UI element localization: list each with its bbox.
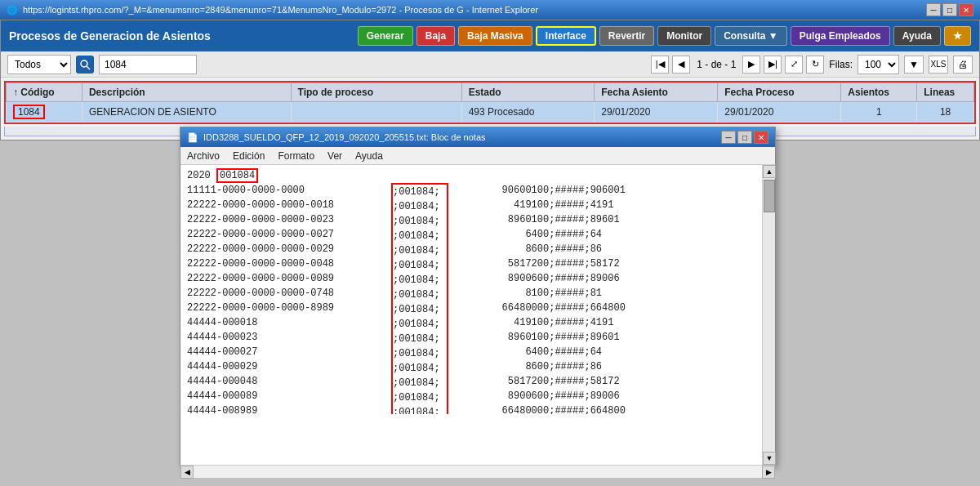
- last-page-button[interactable]: ▶|: [764, 56, 782, 74]
- filter-select[interactable]: Todos Activos Inactivos: [7, 55, 71, 74]
- print-button[interactable]: 🖨: [953, 56, 973, 74]
- notepad-line-12-left: 44444-000023: [187, 330, 391, 345]
- sort-icon: ↑: [13, 87, 18, 98]
- notepad-line-2-left: 11111-0000-0000-0000: [187, 183, 391, 198]
- notepad-icon: 📄: [187, 132, 198, 143]
- scroll-left-button[interactable]: ◀: [180, 466, 194, 479]
- notepad-line-10-left: 22222-0000-0000-0000-8989: [187, 301, 391, 315]
- interface-button[interactable]: Interface: [536, 26, 596, 46]
- cell-tipo: [291, 102, 461, 123]
- notepad-line-16-left: 44444-000089: [187, 389, 391, 404]
- pagination-text: 1 - de - 1: [693, 59, 739, 70]
- svg-point-0: [81, 60, 87, 67]
- cell-lineas: 18: [917, 102, 974, 123]
- browser-title-bar: 🌐 https://logintst.rhpro.com/?_M=&menums…: [0, 0, 980, 20]
- notepad-minimize-button[interactable]: ─: [721, 131, 736, 144]
- filter-icon-button[interactable]: ▼: [904, 56, 924, 74]
- notepad-line-8-left: 22222-0000-0000-0000-0089: [187, 271, 391, 286]
- cell-asientos: 1: [841, 102, 917, 123]
- notepad-line-3-left: 22222-0000-0000-0000-0018: [187, 198, 391, 212]
- col-header-fecha-proceso[interactable]: Fecha Proceso: [718, 83, 841, 102]
- browser-icon: 🌐: [7, 5, 18, 16]
- col-header-codigo[interactable]: ↑ Código: [7, 83, 82, 102]
- table-row[interactable]: 1084 GENERACION DE ASIENTO 493 Procesado…: [7, 102, 974, 123]
- notepad-line-15-left: 44444-000048: [187, 374, 391, 389]
- notepad-line-5-left: 22222-0000-0000-0000-0027: [187, 227, 391, 242]
- col-header-asientos[interactable]: Asientos: [841, 83, 917, 102]
- rows-label: Filas:: [829, 59, 853, 70]
- first-page-button[interactable]: |◀: [651, 56, 669, 74]
- notepad-line-14-left: 44444-000029: [187, 359, 391, 374]
- app-toolbar-buttons: Generar Baja Baja Masiva Interface Rever…: [358, 26, 971, 46]
- codigo-highlight: 1084: [13, 105, 45, 119]
- notepad-line-4-left: 22222-0000-0000-0000-0023: [187, 212, 391, 227]
- notepad-highlight-001084: 001084: [216, 168, 258, 183]
- pagination: |◀ ◀ 1 - de - 1 ▶ ▶| ⤢ ↻: [651, 56, 824, 74]
- close-button[interactable]: ✕: [959, 3, 973, 16]
- next-page-button[interactable]: ▶: [742, 56, 760, 74]
- revertir-button[interactable]: Revertir: [599, 26, 654, 46]
- ayuda-button[interactable]: Ayuda: [893, 26, 941, 46]
- app-title: Procesos de Generacion de Asientos: [9, 29, 211, 42]
- notepad-maximize-button[interactable]: □: [737, 131, 752, 144]
- notepad-hscrollbar[interactable]: ◀ ▶: [180, 465, 775, 478]
- notepad-line-9-left: 22222-0000-0000-0000-0748: [187, 286, 391, 301]
- scroll-up-button[interactable]: ▲: [763, 165, 776, 178]
- cell-descripcion: GENERACION DE ASIENTO: [82, 102, 291, 123]
- notepad-close-button[interactable]: ✕: [754, 131, 768, 144]
- notepad-line-11-left: 44444-000018: [187, 315, 391, 330]
- menu-edicion[interactable]: Edición: [233, 150, 265, 162]
- svg-line-1: [87, 66, 90, 69]
- notepad-line-6-left: 22222-0000-0000-0000-0029: [187, 242, 391, 256]
- notepad-menu: Archivo Edición Formato Ver Ayuda: [180, 147, 775, 165]
- cell-estado: 493 Procesado: [461, 102, 595, 123]
- col-header-lineas[interactable]: Lineas: [917, 83, 974, 102]
- menu-ver[interactable]: Ver: [327, 150, 342, 162]
- data-table: ↑ Código Descripción Tipo de proceso Est…: [6, 82, 974, 123]
- col-header-estado[interactable]: Estado: [461, 83, 595, 102]
- prev-page-button[interactable]: ◀: [672, 56, 690, 74]
- notepad-scrollbar[interactable]: ▲ ▼: [762, 165, 775, 465]
- app-header: Procesos de Generacion de Asientos Gener…: [1, 20, 979, 51]
- pulga-empleados-button[interactable]: Pulga Empleados: [791, 26, 890, 46]
- consulta-button[interactable]: Consulta ▼: [715, 26, 787, 46]
- browser-url-title: https://logintst.rhpro.com/?_M=&menumsnr…: [23, 5, 538, 15]
- notepad-line-7-left: 22222-0000-0000-0000-0048: [187, 256, 391, 271]
- cell-fecha-asiento: 29/01/2020: [595, 102, 718, 123]
- star-button[interactable]: ★: [944, 26, 971, 46]
- export-excel-button[interactable]: XLS: [929, 56, 948, 74]
- monitor-button[interactable]: Monitor: [657, 26, 711, 46]
- expand-button[interactable]: ⤢: [785, 56, 803, 74]
- notepad-line-1: 2020 001084: [187, 168, 755, 183]
- col-header-fecha-asiento[interactable]: Fecha Asiento: [595, 83, 718, 102]
- menu-formato[interactable]: Formato: [278, 150, 314, 162]
- minimize-button[interactable]: ─: [926, 3, 941, 16]
- menu-archivo[interactable]: Archivo: [187, 150, 220, 162]
- notepad-title: IDD3288_SUELDO_QFP_12_2019_092020_205515…: [203, 132, 486, 142]
- scroll-down-button[interactable]: ▼: [763, 452, 776, 465]
- scroll-thumb[interactable]: [764, 180, 775, 212]
- notepad-title-bar: 📄 IDD3288_SUELDO_QFP_12_2019_092020_2055…: [180, 127, 775, 147]
- toolbar: Todos Activos Inactivos 1084 |◀ ◀ 1 - de…: [1, 51, 979, 78]
- notepad-window: 📄 IDD3288_SUELDO_QFP_12_2019_092020_2055…: [180, 127, 776, 466]
- refresh-button[interactable]: ↻: [806, 56, 824, 74]
- cell-codigo: 1084: [7, 102, 82, 123]
- baja-masiva-button[interactable]: Baja Masiva: [458, 26, 532, 46]
- col-header-tipo[interactable]: Tipo de proceso: [291, 83, 461, 102]
- rows-select[interactable]: 100 50 25: [858, 55, 899, 74]
- main-window: Procesos de Generacion de Asientos Gener…: [0, 20, 980, 140]
- search-input[interactable]: 1084: [99, 55, 197, 74]
- scroll-right-button[interactable]: ▶: [762, 466, 775, 479]
- notepad-content[interactable]: 2020 001084 11111-0000-0000-0000 22222-0…: [180, 165, 762, 414]
- notepad-line-17-left: 44444-008989: [187, 404, 391, 414]
- maximize-button[interactable]: □: [942, 3, 957, 16]
- col-header-descripcion[interactable]: Descripción: [82, 83, 291, 102]
- notepad-line-13-left: 44444-000027: [187, 345, 391, 359]
- cell-fecha-proceso: 29/01/2020: [718, 102, 841, 123]
- code-column-highlight: ;001084; ;001084; ;001084; ;001084; ;001…: [391, 183, 448, 414]
- menu-ayuda[interactable]: Ayuda: [355, 150, 383, 162]
- baja-button[interactable]: Baja: [416, 26, 455, 46]
- generar-button[interactable]: Generar: [358, 26, 413, 46]
- search-icon-button[interactable]: [76, 56, 94, 74]
